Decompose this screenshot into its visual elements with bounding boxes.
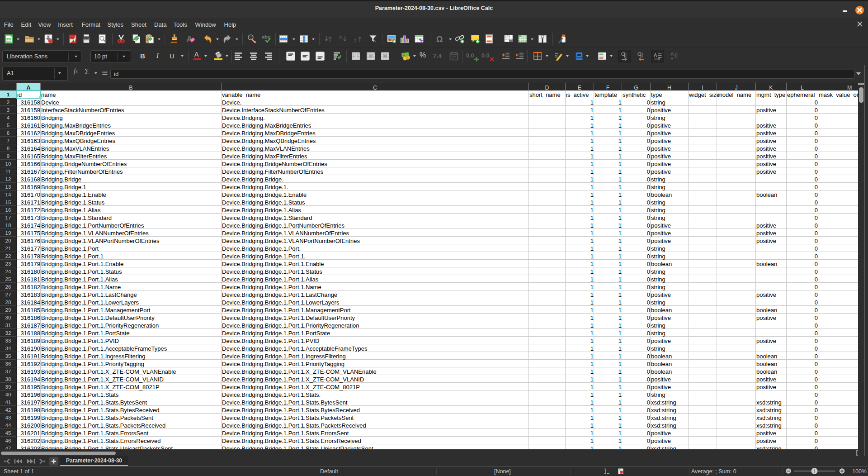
svg-text:Ω: Ω bbox=[436, 35, 443, 44]
svg-text:A: A bbox=[339, 34, 342, 40]
svg-text:A: A bbox=[670, 52, 674, 57]
svg-text:abc: abc bbox=[262, 34, 270, 39]
svg-text:z: z bbox=[354, 38, 356, 43]
svg-text:A: A bbox=[654, 52, 657, 58]
